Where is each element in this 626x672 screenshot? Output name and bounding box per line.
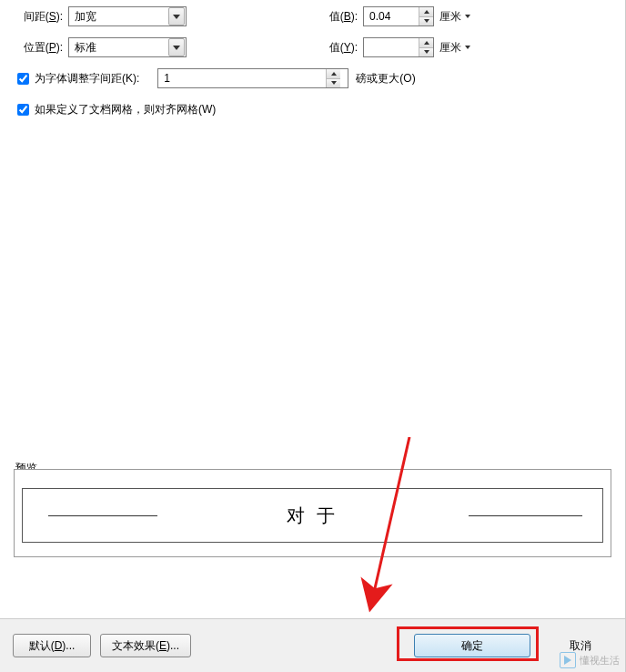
kerning-spinbox[interactable] <box>157 68 348 88</box>
grid-snap-checkbox-input[interactable] <box>17 104 29 116</box>
watermark: 懂视生活 <box>560 652 620 668</box>
value-y-input[interactable] <box>364 38 419 56</box>
value-b-spinbox[interactable] <box>363 6 434 26</box>
preview-frame: 对 于 <box>14 469 611 557</box>
grid-snap-checkbox[interactable]: 如果定义了文档网格，则对齐网格(W) <box>14 101 216 118</box>
spin-down-icon[interactable] <box>419 17 433 26</box>
value-b-label: 值(B): <box>323 9 363 25</box>
kerning-label: 为字体调整字间距(K): <box>35 71 139 87</box>
default-button[interactable]: 默认(D)... <box>13 634 91 657</box>
grid-snap-label: 如果定义了文档网格，则对齐网格(W) <box>35 102 216 117</box>
value-b-input[interactable] <box>364 7 419 25</box>
kerning-input[interactable] <box>158 69 326 87</box>
value-b-unit-dropdown[interactable]: 厘米 <box>434 6 472 26</box>
preview-inner: 对 于 <box>22 488 603 543</box>
spin-up-icon[interactable] <box>419 38 433 48</box>
button-bar: 默认(D)... 文本效果(E)... 确定 取消 <box>0 619 625 672</box>
chevron-down-icon[interactable] <box>168 7 185 25</box>
spacing-combo-value: 加宽 <box>69 9 167 25</box>
value-y-unit-dropdown[interactable]: 厘米 <box>434 37 472 57</box>
spacing-label: 间距(S): <box>14 9 68 25</box>
ok-button[interactable]: 确定 <box>414 634 530 657</box>
spin-up-icon[interactable] <box>327 69 340 79</box>
kerning-checkbox-input[interactable] <box>17 73 29 85</box>
kerning-checkbox[interactable]: 为字体调整字间距(K): <box>14 70 139 87</box>
value-y-spinbox[interactable] <box>363 37 434 57</box>
spin-down-icon[interactable] <box>419 48 433 57</box>
spin-up-icon[interactable] <box>419 7 433 17</box>
spin-down-icon[interactable] <box>327 79 340 88</box>
value-y-label: 值(Y): <box>323 40 363 56</box>
chevron-down-icon[interactable] <box>168 38 185 56</box>
position-label: 位置(P): <box>14 40 68 56</box>
spacing-combo[interactable]: 加宽 <box>68 6 187 26</box>
text-effects-button[interactable]: 文本效果(E)... <box>100 634 191 657</box>
position-combo-value: 标准 <box>69 40 167 56</box>
position-combo[interactable]: 标准 <box>68 37 187 57</box>
kerning-unit-label: 磅或更大(O) <box>348 71 415 87</box>
preview-text: 对 于 <box>287 504 338 528</box>
play-icon <box>560 652 576 668</box>
